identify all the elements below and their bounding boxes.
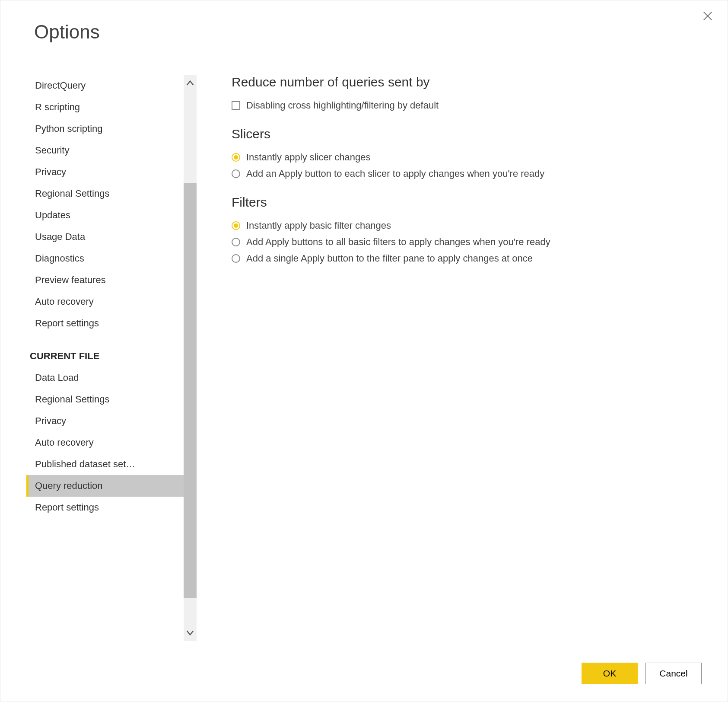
radio-icon [232,254,240,263]
content-pane: Reduce number of queries sent by Disabli… [232,75,702,641]
sidebar-item[interactable]: Privacy [26,161,197,183]
slicers-heading: Slicers [232,127,702,141]
close-icon[interactable] [702,10,714,22]
sidebar-item[interactable]: Security [26,140,197,161]
sidebar-item[interactable]: Published dataset set… [26,453,197,475]
sidebar-section-header: CURRENT FILE [26,334,197,367]
sidebar-item[interactable]: Auto recovery [26,432,197,453]
radio-label: Add Apply buttons to all basic filters t… [246,236,550,248]
scroll-down-icon[interactable] [184,624,197,641]
radio-icon [232,153,240,162]
sidebar-item[interactable]: Python scripting [26,118,197,140]
radio-label: Instantly apply basic filter changes [246,220,391,231]
options-dialog: Options DirectQueryR scriptingPython scr… [0,0,728,702]
filter-radio[interactable]: Add Apply buttons to all basic filters t… [232,234,702,250]
sidebar-item[interactable]: Regional Settings [26,183,197,204]
radio-icon [232,169,240,178]
filters-heading: Filters [232,195,702,210]
dialog-footer: OK Cancel [582,663,702,684]
sidebar-item[interactable]: Preview features [26,269,197,291]
sidebar-item[interactable]: DirectQuery [26,75,197,96]
scroll-up-icon[interactable] [184,75,197,92]
sidebar-item[interactable]: Privacy [26,410,197,432]
filter-radio[interactable]: Add a single Apply button to the filter … [232,250,702,267]
sidebar-item[interactable]: Usage Data [26,226,197,248]
sidebar-item[interactable]: Report settings [26,497,197,518]
sidebar-item[interactable]: Diagnostics [26,248,197,269]
slicer-radio[interactable]: Add an Apply button to each slicer to ap… [232,166,702,182]
radio-label: Add an Apply button to each slicer to ap… [246,168,544,179]
sidebar-item[interactable]: Query reduction [26,475,197,497]
radio-label: Instantly apply slicer changes [246,152,370,163]
ok-button[interactable]: OK [582,663,638,684]
sidebar-item[interactable]: Auto recovery [26,291,197,313]
radio-icon [232,238,240,246]
sidebar-item[interactable]: Data Load [26,367,197,389]
disable-cross-checkbox[interactable]: Disabling cross highlighting/filtering b… [232,97,702,114]
dialog-title: Options [34,21,100,43]
sidebar-item[interactable]: Regional Settings [26,389,197,410]
checkbox-label: Disabling cross highlighting/filtering b… [246,100,439,111]
scroll-thumb[interactable] [184,183,197,598]
sidebar-item[interactable]: Report settings [26,313,197,334]
reduce-heading: Reduce number of queries sent by [232,75,702,89]
checkbox-icon [232,101,240,110]
radio-icon [232,221,240,230]
radio-label: Add a single Apply button to the filter … [246,253,533,264]
slicer-radio[interactable]: Instantly apply slicer changes [232,149,702,166]
sidebar-item[interactable]: Updates [26,204,197,226]
sidebar-scrollbar[interactable] [184,75,197,641]
sidebar: DirectQueryR scriptingPython scriptingSe… [26,75,197,641]
filter-radio[interactable]: Instantly apply basic filter changes [232,217,702,234]
sidebar-item[interactable]: R scripting [26,96,197,118]
cancel-button[interactable]: Cancel [645,663,702,684]
divider [214,75,214,641]
